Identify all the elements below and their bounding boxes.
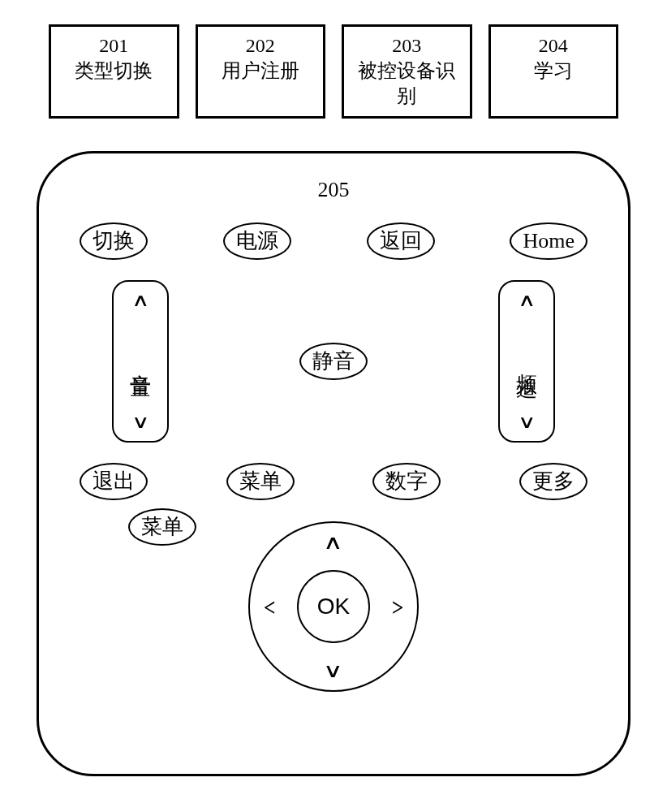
opt-type-switch[interactable]: 201 类型切换 [49, 24, 179, 119]
dpad-down-icon[interactable]: ∨ [323, 659, 343, 682]
btn-mute[interactable]: 静音 [299, 343, 368, 380]
dpad-container: ∧ ∨ ＜ ＞ OK [71, 521, 596, 692]
remote-panel: 205 切换 电源 返回 Home ∧ 音量 ∨ 静音 ∧ 频道 ∨ 退出 菜单… [37, 151, 630, 776]
row-top-buttons: 切换 电源 返回 Home [71, 222, 596, 260]
opt-device-identify[interactable]: 203 被控设备识别 [342, 24, 472, 119]
dpad-left-icon[interactable]: ＜ [260, 588, 279, 624]
row-rockers: ∧ 音量 ∨ 静音 ∧ 频道 ∨ [71, 280, 596, 443]
opt-num: 204 [499, 33, 609, 58]
channel-up-icon[interactable]: ∧ [518, 292, 536, 309]
opt-num: 203 [352, 33, 462, 58]
volume-up-icon[interactable]: ∧ [131, 292, 149, 309]
dpad-up-icon[interactable]: ∧ [323, 531, 343, 554]
channel-label: 频道 [513, 356, 541, 366]
channel-down-icon[interactable]: ∨ [518, 413, 536, 431]
opt-num: 202 [206, 33, 316, 58]
opt-label: 被控设备识别 [358, 60, 455, 106]
btn-exit[interactable]: 退出 [80, 463, 148, 500]
btn-ok[interactable]: OK [297, 570, 370, 643]
btn-back[interactable]: 返回 [367, 222, 435, 260]
opt-num: 201 [59, 33, 169, 58]
opt-label: 学习 [534, 60, 573, 81]
dpad-right-icon[interactable]: ＞ [388, 588, 407, 624]
opt-label: 类型切换 [75, 60, 153, 81]
row-function-buttons: 退出 菜单 数字 更多 [71, 463, 596, 500]
top-option-row: 201 类型切换 202 用户注册 203 被控设备识别 204 学习 [32, 24, 635, 119]
volume-down-icon[interactable]: ∨ [131, 413, 149, 431]
panel-number: 205 [71, 178, 596, 202]
btn-power[interactable]: 电源 [223, 222, 291, 260]
btn-menu[interactable]: 菜单 [226, 463, 295, 500]
opt-label: 用户注册 [222, 60, 299, 81]
btn-home[interactable]: Home [510, 222, 587, 260]
btn-number[interactable]: 数字 [372, 463, 441, 500]
btn-switch[interactable]: 切换 [80, 222, 148, 260]
btn-menu-2[interactable]: 菜单 [128, 508, 196, 546]
volume-label: 音量 [127, 356, 155, 366]
volume-rocker[interactable]: ∧ 音量 ∨ [112, 280, 169, 443]
dpad: ∧ ∨ ＜ ＞ OK [248, 521, 419, 692]
btn-more[interactable]: 更多 [519, 463, 587, 500]
opt-learn[interactable]: 204 学习 [488, 24, 619, 119]
opt-user-register[interactable]: 202 用户注册 [196, 24, 326, 119]
channel-rocker[interactable]: ∧ 频道 ∨ [498, 280, 555, 443]
